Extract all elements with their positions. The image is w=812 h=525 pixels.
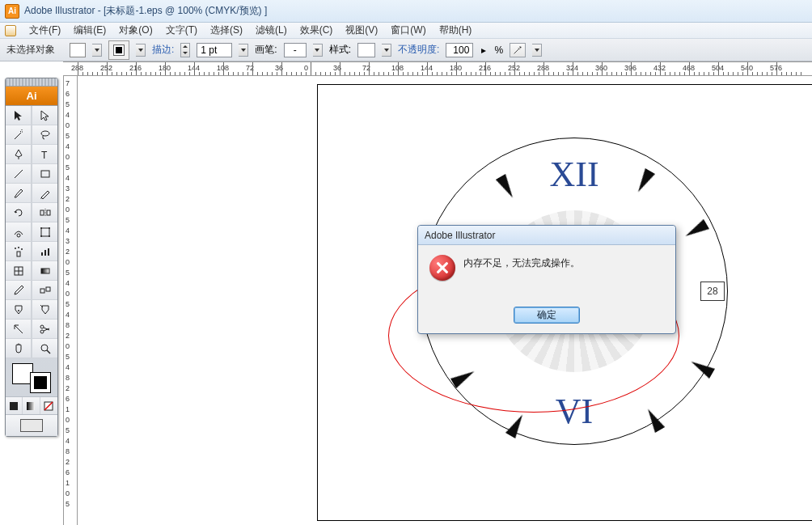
- background-color[interactable]: [30, 372, 51, 393]
- type-tool[interactable]: T: [32, 145, 57, 164]
- menu-filter[interactable]: 滤镜(L): [251, 23, 292, 38]
- selection-status: 未选择对象: [6, 43, 55, 57]
- ruler-horizontal[interactable]: 2882522161801441087236036721081441802162…: [63, 61, 812, 76]
- fill-swatch[interactable]: [70, 43, 86, 57]
- menu-select[interactable]: 选择(S): [205, 23, 247, 38]
- percent-label: %: [494, 44, 503, 56]
- brush-label: 画笔:: [255, 43, 277, 57]
- rotate-tool[interactable]: [6, 203, 32, 222]
- svg-point-29: [40, 325, 44, 328]
- color-mode-solid[interactable]: [6, 397, 23, 414]
- svg-point-30: [41, 345, 48, 351]
- svg-point-0: [519, 46, 521, 48]
- eyedropper-tool[interactable]: [6, 281, 32, 300]
- live-paint-select-tool[interactable]: [32, 300, 57, 320]
- color-section[interactable]: [6, 358, 57, 397]
- zoom-tool[interactable]: [32, 339, 57, 358]
- svg-point-13: [49, 235, 50, 237]
- magic-wand-tool[interactable]: [6, 125, 32, 145]
- date-box: 28: [700, 282, 725, 301]
- ruler-vertical[interactable]: 7654054054320543205405482054826105482610…: [63, 76, 78, 525]
- svg-point-17: [21, 248, 23, 250]
- style-dropdown-icon[interactable]: [382, 44, 391, 57]
- blend-tool[interactable]: [32, 281, 57, 300]
- pencil-tool[interactable]: [32, 184, 57, 203]
- opacity-label[interactable]: 不透明度:: [398, 43, 439, 57]
- menu-object[interactable]: 对象(O): [114, 23, 157, 38]
- svg-rect-4: [41, 171, 49, 177]
- direct-selection-tool[interactable]: [32, 106, 57, 125]
- line-tool[interactable]: [6, 164, 32, 184]
- color-mode-gradient[interactable]: [23, 397, 40, 414]
- menu-text[interactable]: 文字(T): [161, 23, 202, 38]
- live-paint-tool[interactable]: [6, 300, 32, 320]
- style-field[interactable]: [357, 43, 375, 57]
- menu-help[interactable]: 帮助(H): [434, 23, 477, 38]
- svg-rect-33: [27, 402, 35, 410]
- window-titlebar: Ai Adobe Illustrator - [未标题-1.eps @ 100%…: [0, 0, 812, 23]
- stroke-spinner[interactable]: [180, 43, 190, 57]
- hand-tool[interactable]: [6, 339, 32, 358]
- scissors-tool[interactable]: [32, 320, 57, 339]
- fill-dropdown-icon[interactable]: [92, 44, 102, 57]
- menu-edit[interactable]: 编辑(E): [69, 23, 111, 38]
- selection-tool[interactable]: [6, 106, 32, 125]
- control-bar: 未选择对象 描边: 1 pt 画笔: - 样式: 不透明度: 100 ▸ %: [0, 39, 812, 61]
- error-dialog: Adobe Illustrator 内存不足，无法完成操作。 确定: [417, 225, 676, 334]
- svg-rect-6: [47, 210, 50, 215]
- mesh-tool[interactable]: [6, 261, 32, 281]
- stroke-weight-dropdown-icon[interactable]: [239, 44, 248, 57]
- color-mode-none[interactable]: [40, 397, 57, 414]
- paintbrush-tool[interactable]: [6, 184, 32, 203]
- svg-rect-5: [40, 210, 44, 215]
- svg-rect-19: [44, 250, 46, 256]
- slice-tool[interactable]: [6, 320, 32, 339]
- brush-field[interactable]: -: [284, 43, 307, 57]
- pen-tool[interactable]: [6, 145, 32, 164]
- svg-rect-24: [41, 269, 49, 273]
- stroke-weight-field[interactable]: 1 pt: [197, 43, 232, 57]
- menu-effect[interactable]: 效果(C): [295, 23, 338, 38]
- svg-point-10: [40, 227, 42, 229]
- svg-rect-14: [17, 252, 20, 256]
- stroke-dropdown-icon[interactable]: [136, 44, 146, 57]
- svg-rect-20: [48, 248, 49, 256]
- menubar: 文件(F) 编辑(E) 对象(O) 文字(T) 选择(S) 滤镜(L) 效果(C…: [0, 23, 812, 39]
- svg-point-16: [18, 247, 19, 248]
- style-label: 样式:: [329, 43, 351, 57]
- screen-mode[interactable]: [6, 415, 57, 436]
- graph-tool[interactable]: [32, 242, 57, 261]
- menu-file[interactable]: 文件(F): [24, 23, 66, 38]
- reflect-tool[interactable]: [32, 203, 57, 222]
- color-mode-row: [6, 397, 57, 415]
- roman-12: XII: [549, 154, 598, 195]
- new-doc-icon[interactable]: [5, 25, 16, 36]
- menu-window[interactable]: 窗口(W): [386, 23, 430, 38]
- opacity-field[interactable]: 100: [446, 43, 473, 57]
- svg-point-15: [15, 248, 16, 249]
- wand-dropdown-icon[interactable]: [532, 44, 542, 57]
- svg-rect-26: [46, 287, 50, 291]
- gradient-tool[interactable]: [32, 261, 57, 281]
- panel-grip[interactable]: [6, 78, 57, 87]
- warp-tool[interactable]: [6, 222, 32, 242]
- stroke-swatch[interactable]: [108, 40, 129, 60]
- ok-button[interactable]: 确定: [514, 307, 580, 324]
- symbol-sprayer-tool[interactable]: [6, 242, 32, 261]
- brush-dropdown-icon[interactable]: [313, 44, 323, 57]
- tools-header: Ai: [6, 87, 57, 106]
- free-transform-tool[interactable]: [32, 222, 57, 242]
- lasso-tool[interactable]: [32, 125, 57, 145]
- svg-rect-25: [40, 289, 44, 293]
- stroke-label[interactable]: 描边:: [152, 43, 174, 57]
- svg-line-3: [15, 170, 23, 178]
- wand-icon[interactable]: [510, 43, 526, 57]
- roman-6: VI: [556, 391, 593, 432]
- dialog-title[interactable]: Adobe Illustrator: [418, 226, 675, 245]
- error-icon: [429, 255, 455, 281]
- tools-panel: Ai T: [5, 78, 58, 437]
- rectangle-tool[interactable]: [32, 164, 57, 184]
- menu-view[interactable]: 视图(V): [340, 23, 383, 38]
- svg-line-31: [47, 350, 50, 354]
- svg-point-12: [40, 235, 42, 237]
